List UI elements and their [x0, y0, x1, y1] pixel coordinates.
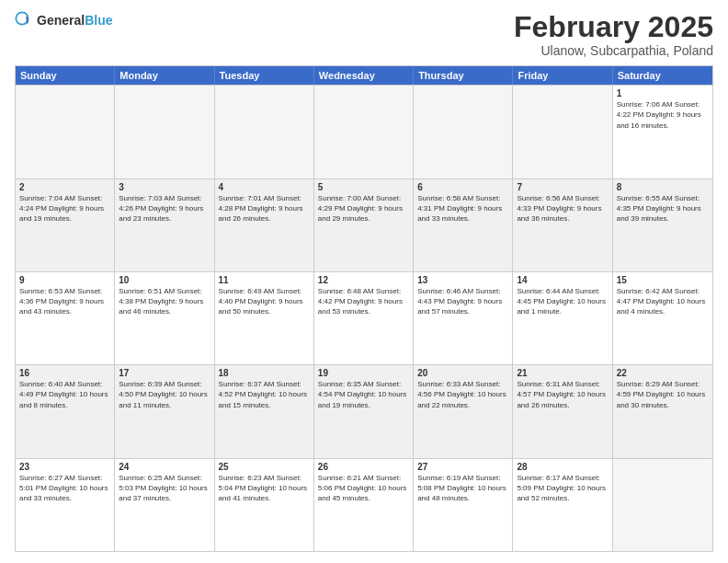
calendar-cell: 6Sunrise: 6:58 AM Sunset: 4:31 PM Daylig…	[414, 179, 513, 271]
calendar-cell: 8Sunrise: 6:55 AM Sunset: 4:35 PM Daylig…	[613, 179, 712, 271]
calendar-cell: 4Sunrise: 7:01 AM Sunset: 4:28 PM Daylig…	[215, 179, 314, 271]
day-number: 8	[617, 182, 709, 192]
day-number: 19	[318, 368, 409, 378]
calendar-cell: 7Sunrise: 6:56 AM Sunset: 4:33 PM Daylig…	[513, 179, 612, 271]
calendar-header: SundayMondayTuesdayWednesdayThursdayFrid…	[16, 66, 712, 85]
calendar-cell: 24Sunrise: 6:25 AM Sunset: 5:03 PM Dayli…	[115, 459, 214, 551]
day-info: Sunrise: 6:29 AM Sunset: 4:59 PM Dayligh…	[617, 379, 709, 410]
day-number: 23	[19, 462, 110, 472]
page: GeneralBlue February 2025 Ulanow, Subcar…	[0, 0, 728, 563]
header: GeneralBlue February 2025 Ulanow, Subcar…	[15, 11, 713, 58]
day-info: Sunrise: 6:46 AM Sunset: 4:43 PM Dayligh…	[417, 286, 508, 317]
calendar-cell: 15Sunrise: 6:42 AM Sunset: 4:47 PM Dayli…	[613, 272, 712, 364]
day-info: Sunrise: 6:33 AM Sunset: 4:56 PM Dayligh…	[417, 379, 508, 410]
day-info: Sunrise: 6:39 AM Sunset: 4:50 PM Dayligh…	[119, 379, 210, 410]
day-info: Sunrise: 6:27 AM Sunset: 5:01 PM Dayligh…	[19, 473, 110, 504]
day-number: 6	[417, 182, 508, 192]
day-info: Sunrise: 6:21 AM Sunset: 5:06 PM Dayligh…	[318, 473, 409, 504]
calendar-cell	[613, 459, 712, 551]
day-info: Sunrise: 6:48 AM Sunset: 4:42 PM Dayligh…	[318, 286, 409, 317]
day-info: Sunrise: 6:42 AM Sunset: 4:47 PM Dayligh…	[617, 286, 709, 317]
header-day-wednesday: Wednesday	[314, 66, 414, 85]
day-number: 18	[219, 368, 310, 378]
calendar-cell: 28Sunrise: 6:17 AM Sunset: 5:09 PM Dayli…	[513, 459, 612, 551]
calendar-cell	[513, 86, 612, 178]
day-number: 17	[119, 368, 210, 378]
day-number: 11	[219, 275, 310, 285]
day-number: 14	[517, 275, 608, 285]
calendar-row-3: 16Sunrise: 6:40 AM Sunset: 4:49 PM Dayli…	[16, 364, 712, 457]
calendar-row-1: 2Sunrise: 7:04 AM Sunset: 4:24 PM Daylig…	[16, 178, 712, 271]
day-number: 7	[517, 182, 608, 192]
calendar-cell: 23Sunrise: 6:27 AM Sunset: 5:01 PM Dayli…	[16, 459, 115, 551]
day-number: 25	[219, 462, 310, 472]
day-number: 28	[517, 462, 608, 472]
day-info: Sunrise: 6:19 AM Sunset: 5:08 PM Dayligh…	[417, 473, 508, 504]
sub-title: Ulanow, Subcarpathia, Poland	[514, 43, 713, 58]
day-info: Sunrise: 7:04 AM Sunset: 4:24 PM Dayligh…	[19, 193, 110, 224]
calendar: SundayMondayTuesdayWednesdayThursdayFrid…	[15, 65, 713, 552]
day-info: Sunrise: 6:58 AM Sunset: 4:31 PM Dayligh…	[417, 193, 508, 224]
main-title: February 2025	[514, 11, 713, 43]
day-number: 3	[119, 182, 210, 192]
calendar-cell: 27Sunrise: 6:19 AM Sunset: 5:08 PM Dayli…	[414, 459, 513, 551]
day-number: 22	[617, 368, 709, 378]
calendar-row-0: 1Sunrise: 7:06 AM Sunset: 4:22 PM Daylig…	[16, 85, 712, 178]
logo-general: General	[37, 13, 85, 28]
calendar-cell: 19Sunrise: 6:35 AM Sunset: 4:54 PM Dayli…	[314, 365, 414, 457]
calendar-cell: 5Sunrise: 7:00 AM Sunset: 4:29 PM Daylig…	[314, 179, 414, 271]
calendar-cell: 2Sunrise: 7:04 AM Sunset: 4:24 PM Daylig…	[16, 179, 115, 271]
title-block: February 2025 Ulanow, Subcarpathia, Pola…	[514, 11, 713, 58]
calendar-cell: 22Sunrise: 6:29 AM Sunset: 4:59 PM Dayli…	[613, 365, 712, 457]
day-number: 16	[19, 368, 110, 378]
day-info: Sunrise: 6:53 AM Sunset: 4:36 PM Dayligh…	[19, 286, 110, 317]
calendar-row-2: 9Sunrise: 6:53 AM Sunset: 4:36 PM Daylig…	[16, 271, 712, 364]
day-info: Sunrise: 6:49 AM Sunset: 4:40 PM Dayligh…	[219, 286, 310, 317]
calendar-cell: 14Sunrise: 6:44 AM Sunset: 4:45 PM Dayli…	[513, 272, 612, 364]
calendar-cell: 10Sunrise: 6:51 AM Sunset: 4:38 PM Dayli…	[115, 272, 214, 364]
day-info: Sunrise: 6:31 AM Sunset: 4:57 PM Dayligh…	[517, 379, 608, 410]
logo: GeneralBlue	[15, 11, 112, 29]
calendar-cell: 21Sunrise: 6:31 AM Sunset: 4:57 PM Dayli…	[513, 365, 612, 457]
day-number: 24	[119, 462, 210, 472]
calendar-row-4: 23Sunrise: 6:27 AM Sunset: 5:01 PM Dayli…	[16, 458, 712, 551]
calendar-cell	[414, 86, 513, 178]
calendar-cell: 12Sunrise: 6:48 AM Sunset: 4:42 PM Dayli…	[314, 272, 414, 364]
calendar-cell: 9Sunrise: 6:53 AM Sunset: 4:36 PM Daylig…	[16, 272, 115, 364]
calendar-cell	[16, 86, 115, 178]
calendar-cell	[115, 86, 214, 178]
header-day-thursday: Thursday	[414, 66, 513, 85]
day-info: Sunrise: 7:03 AM Sunset: 4:26 PM Dayligh…	[119, 193, 210, 224]
day-number: 15	[617, 275, 709, 285]
day-info: Sunrise: 7:06 AM Sunset: 4:22 PM Dayligh…	[617, 99, 709, 131]
day-info: Sunrise: 7:00 AM Sunset: 4:29 PM Dayligh…	[318, 193, 409, 224]
day-info: Sunrise: 6:25 AM Sunset: 5:03 PM Dayligh…	[119, 473, 210, 504]
day-info: Sunrise: 6:56 AM Sunset: 4:33 PM Dayligh…	[517, 193, 608, 224]
day-number: 27	[417, 462, 508, 472]
calendar-cell: 11Sunrise: 6:49 AM Sunset: 4:40 PM Dayli…	[215, 272, 314, 364]
calendar-cell: 18Sunrise: 6:37 AM Sunset: 4:52 PM Dayli…	[215, 365, 314, 457]
day-number: 4	[219, 182, 310, 192]
day-info: Sunrise: 6:44 AM Sunset: 4:45 PM Dayligh…	[517, 286, 608, 317]
calendar-cell: 25Sunrise: 6:23 AM Sunset: 5:04 PM Dayli…	[215, 459, 314, 551]
calendar-cell	[215, 86, 314, 178]
calendar-cell	[314, 86, 414, 178]
day-number: 9	[19, 275, 110, 285]
calendar-cell: 13Sunrise: 6:46 AM Sunset: 4:43 PM Dayli…	[414, 272, 513, 364]
day-info: Sunrise: 6:37 AM Sunset: 4:52 PM Dayligh…	[219, 379, 310, 410]
calendar-cell: 20Sunrise: 6:33 AM Sunset: 4:56 PM Dayli…	[414, 365, 513, 457]
day-number: 5	[318, 182, 409, 192]
header-day-monday: Monday	[115, 66, 214, 85]
day-number: 26	[318, 462, 409, 472]
calendar-cell: 3Sunrise: 7:03 AM Sunset: 4:26 PM Daylig…	[115, 179, 214, 271]
logo-icon	[15, 11, 33, 29]
header-day-saturday: Saturday	[613, 66, 712, 85]
day-info: Sunrise: 6:23 AM Sunset: 5:04 PM Dayligh…	[219, 473, 310, 504]
calendar-cell: 1Sunrise: 7:06 AM Sunset: 4:22 PM Daylig…	[613, 86, 712, 178]
calendar-cell: 17Sunrise: 6:39 AM Sunset: 4:50 PM Dayli…	[115, 365, 214, 457]
calendar-cell: 26Sunrise: 6:21 AM Sunset: 5:06 PM Dayli…	[314, 459, 414, 551]
header-day-tuesday: Tuesday	[215, 66, 314, 85]
day-number: 13	[417, 275, 508, 285]
logo-blue: Blue	[85, 13, 112, 28]
calendar-body: 1Sunrise: 7:06 AM Sunset: 4:22 PM Daylig…	[16, 85, 712, 551]
